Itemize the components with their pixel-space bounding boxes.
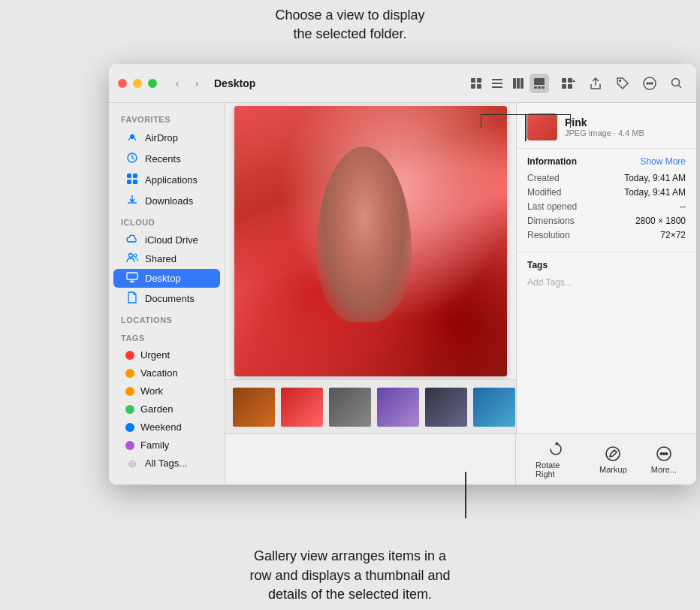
garden-label: Garden bbox=[140, 403, 173, 415]
recents-label: Recents bbox=[145, 153, 181, 165]
thumbnail-strip bbox=[225, 379, 516, 433]
sidebar-item-shared[interactable]: Shared bbox=[113, 249, 220, 268]
sidebar-tag-all[interactable]: ◎ All Tags... bbox=[113, 454, 220, 472]
vacation-label: Vacation bbox=[140, 367, 178, 379]
svg-rect-9 bbox=[520, 78, 523, 89]
locations-label: Locations bbox=[109, 310, 225, 328]
share-button[interactable] bbox=[585, 73, 606, 94]
last-opened-value: -- bbox=[680, 201, 686, 212]
svg-point-22 bbox=[649, 83, 650, 84]
thumb-2[interactable] bbox=[279, 386, 324, 428]
info-thumbnail bbox=[527, 113, 557, 140]
add-tags-placeholder[interactable]: Add Tags... bbox=[527, 277, 572, 288]
thumb-6[interactable] bbox=[472, 386, 516, 428]
close-button[interactable] bbox=[118, 79, 127, 88]
title-bar: ‹ › Desktop bbox=[109, 64, 696, 103]
garden-dot bbox=[125, 405, 134, 414]
thumb-1[interactable] bbox=[231, 386, 276, 428]
more-action-button[interactable]: More... bbox=[639, 441, 689, 479]
markup-button[interactable]: Markup bbox=[587, 441, 639, 479]
info-panel: Pink JPEG image · 4.4 MB Information Sho… bbox=[516, 103, 696, 433]
info-information-section: Information Show More Created Today, 9:4… bbox=[517, 149, 696, 252]
recents-icon bbox=[125, 152, 139, 166]
info-section-header: Information Show More bbox=[527, 156, 686, 167]
applications-icon bbox=[125, 173, 139, 187]
more-button[interactable] bbox=[639, 73, 660, 94]
shared-icon bbox=[125, 252, 139, 265]
tag-button[interactable] bbox=[612, 73, 633, 94]
documents-label: Documents bbox=[145, 293, 195, 304]
family-dot bbox=[125, 441, 134, 450]
sidebar-tag-garden[interactable]: Garden bbox=[113, 400, 220, 418]
airdrop-icon bbox=[125, 131, 139, 145]
sidebar: Favorites AirDrop Recents bbox=[109, 103, 225, 485]
all-tags-label: All Tags... bbox=[145, 458, 187, 469]
sidebar-item-recents[interactable]: Recents bbox=[113, 149, 220, 169]
back-button[interactable]: ‹ bbox=[169, 75, 186, 92]
resolution-value: 72×72 bbox=[660, 230, 686, 240]
thumb-5[interactable] bbox=[424, 386, 469, 428]
sidebar-item-icloud-drive[interactable]: iCloud Drive bbox=[113, 231, 220, 249]
sidebar-tag-work[interactable]: Work bbox=[113, 382, 220, 400]
svg-rect-7 bbox=[513, 78, 516, 89]
info-row-modified: Modified Today, 9:41 AM bbox=[527, 187, 686, 198]
modified-key: Modified bbox=[527, 187, 561, 198]
svg-rect-5 bbox=[492, 83, 502, 84]
sidebar-item-airdrop[interactable]: AirDrop bbox=[113, 128, 220, 148]
svg-marker-18 bbox=[572, 80, 575, 82]
search-button[interactable] bbox=[666, 73, 687, 94]
icloud-drive-label: iCloud Drive bbox=[145, 234, 198, 246]
info-row-resolution: Resolution 72×72 bbox=[527, 230, 686, 240]
sidebar-item-applications[interactable]: Applications bbox=[113, 170, 220, 190]
list-view-button[interactable] bbox=[487, 74, 507, 93]
show-more-button[interactable]: Show More bbox=[640, 156, 686, 167]
favorites-label: Favorites bbox=[109, 109, 225, 127]
gallery-image[interactable] bbox=[234, 106, 507, 376]
resolution-key: Resolution bbox=[527, 230, 570, 240]
vacation-dot bbox=[125, 369, 134, 378]
info-file-type: JPEG image · 4.4 MB bbox=[565, 128, 644, 137]
sidebar-tag-urgent[interactable]: Urgent bbox=[113, 346, 220, 364]
rotate-right-button[interactable]: Rotate Right bbox=[523, 436, 587, 483]
nav-arrows: ‹ › bbox=[169, 75, 205, 92]
modified-value: Today, 9:41 AM bbox=[624, 187, 686, 198]
info-row-last-opened: Last opened -- bbox=[527, 201, 686, 212]
svg-rect-2 bbox=[471, 84, 475, 89]
downloads-icon bbox=[125, 194, 139, 208]
dimensions-value: 2800 × 1800 bbox=[635, 216, 686, 226]
sidebar-tag-family[interactable]: Family bbox=[113, 436, 220, 454]
sidebar-item-desktop[interactable]: Desktop bbox=[113, 269, 220, 288]
svg-point-37 bbox=[663, 452, 665, 454]
info-tags-section: Tags Add Tags... bbox=[517, 252, 696, 296]
documents-icon bbox=[125, 291, 139, 306]
svg-rect-17 bbox=[568, 84, 572, 89]
all-tags-icon: ◎ bbox=[125, 458, 139, 469]
sidebar-item-documents[interactable]: Documents bbox=[113, 288, 220, 309]
finder-window: ‹ › Desktop bbox=[109, 64, 696, 485]
icon-view-button[interactable] bbox=[466, 74, 486, 93]
info-row-dimensions: Dimensions 2800 × 1800 bbox=[527, 216, 686, 226]
forward-button[interactable]: › bbox=[189, 75, 205, 92]
svg-rect-1 bbox=[477, 78, 481, 83]
thumb-4[interactable] bbox=[376, 386, 421, 428]
sidebar-tag-vacation[interactable]: Vacation bbox=[113, 364, 220, 382]
photo-content bbox=[234, 106, 507, 376]
work-label: Work bbox=[140, 385, 163, 397]
thumb-3[interactable] bbox=[327, 386, 373, 428]
sidebar-tag-weekend[interactable]: Weekend bbox=[113, 418, 220, 436]
created-value: Today, 9:41 AM bbox=[624, 173, 686, 183]
svg-rect-30 bbox=[133, 180, 137, 184]
sidebar-item-downloads[interactable]: Downloads bbox=[113, 191, 220, 211]
svg-rect-33 bbox=[127, 273, 137, 279]
svg-rect-27 bbox=[127, 174, 131, 178]
gallery-view-button[interactable] bbox=[530, 74, 549, 93]
maximize-button[interactable] bbox=[148, 79, 157, 88]
face-overlay bbox=[316, 146, 412, 322]
svg-point-36 bbox=[660, 452, 662, 454]
tags-section-title: Tags bbox=[527, 260, 686, 270]
svg-rect-29 bbox=[127, 180, 131, 184]
minimize-button[interactable] bbox=[133, 79, 142, 88]
column-view-button[interactable] bbox=[508, 74, 528, 93]
icloud-label: iCloud bbox=[109, 212, 225, 230]
group-button[interactable] bbox=[558, 73, 579, 94]
